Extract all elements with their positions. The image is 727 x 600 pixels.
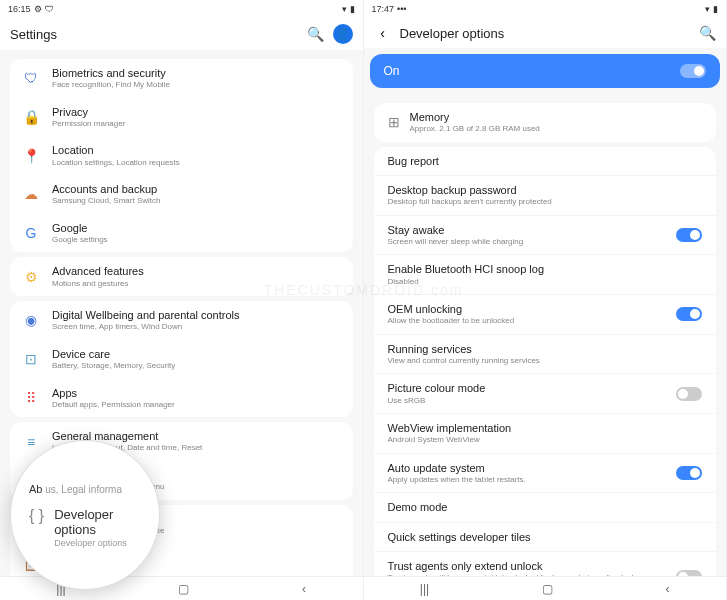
toggle-switch[interactable] xyxy=(676,466,702,480)
dev-row[interactable]: Trust agents only extend unlockTrust age… xyxy=(374,552,717,576)
profile-avatar[interactable]: 👤 xyxy=(333,24,353,44)
settings-row[interactable]: ⠿AppsDefault apps, Permission manager xyxy=(10,379,353,418)
dev-row[interactable]: WebView implementationAndroid System Web… xyxy=(374,414,717,454)
settings-row[interactable]: 📍LocationLocation settings, Location req… xyxy=(10,136,353,175)
toggle-switch[interactable] xyxy=(676,307,702,321)
row-sub: Permission manager xyxy=(52,119,343,129)
dev-row-title: Picture colour mode xyxy=(388,381,667,395)
row-icon: 📍 xyxy=(20,145,42,167)
nav-home[interactable]: ▢ xyxy=(542,582,553,596)
row-icon: 🔒 xyxy=(20,106,42,128)
dev-row-title: Auto update system xyxy=(388,461,667,475)
magnifier-title: Developer options xyxy=(54,507,141,537)
status-bar: 16:15 ⚙ 🛡 ▾ ▮ xyxy=(0,0,363,18)
settings-row[interactable]: 🛡Biometrics and securityFace recognition… xyxy=(10,59,353,98)
row-texts: AppsDefault apps, Permission manager xyxy=(52,386,343,411)
back-icon[interactable]: ‹ xyxy=(374,24,392,42)
settings-row[interactable]: ⚙Advanced featuresMotions and gestures xyxy=(10,257,353,296)
dev-row[interactable]: Auto update systemApply updates when the… xyxy=(374,454,717,494)
row-icon: G xyxy=(20,222,42,244)
settings-row[interactable]: 🔒PrivacyPermission manager xyxy=(10,98,353,137)
dev-row[interactable]: Desktop backup passwordDesktop full back… xyxy=(374,176,717,216)
dev-row[interactable]: OEM unlockingAllow the bootloader to be … xyxy=(374,295,717,335)
search-icon[interactable]: 🔍 xyxy=(698,24,716,42)
page-title: Developer options xyxy=(400,26,691,41)
dev-row[interactable]: Picture colour modeUse sRGB xyxy=(374,374,717,414)
row-title: Privacy xyxy=(52,105,343,119)
dev-row-title: Enable Bluetooth HCI snoop log xyxy=(388,262,703,276)
dev-row-title: Stay awake xyxy=(388,223,667,237)
nav-back[interactable]: ‹ xyxy=(302,582,306,596)
row-icon: ⠿ xyxy=(20,387,42,409)
dev-row-sub: Disabled xyxy=(388,277,703,287)
nav-back[interactable]: ‹ xyxy=(666,582,670,596)
settings-card: 🛡Biometrics and securityFace recognition… xyxy=(10,59,353,252)
search-icon[interactable]: 🔍 xyxy=(307,25,325,43)
row-texts: Device careBattery, Storage, Memory, Sec… xyxy=(52,347,343,372)
row-title: Location xyxy=(52,143,343,157)
more-icon: ••• xyxy=(397,4,406,14)
page-title: Settings xyxy=(10,27,299,42)
master-toggle-switch[interactable] xyxy=(680,64,706,78)
settings-card: ⚙Advanced featuresMotions and gestures xyxy=(10,257,353,296)
dev-row-title: Trust agents only extend unlock xyxy=(388,559,667,573)
settings-header: Settings 🔍 👤 xyxy=(0,18,363,50)
row-texts: LocationLocation settings, Location requ… xyxy=(52,143,343,168)
settings-row[interactable]: ⊡Device careBattery, Storage, Memory, Se… xyxy=(10,340,353,379)
row-title: Advanced features xyxy=(52,264,343,278)
toggle-switch[interactable] xyxy=(676,228,702,242)
dev-row[interactable]: Quick settings developer tiles xyxy=(374,523,717,552)
dev-row-title: OEM unlocking xyxy=(388,302,667,316)
dev-row[interactable]: Stay awakeScreen will never sleep while … xyxy=(374,216,717,256)
dev-row[interactable]: Enable Bluetooth HCI snoop logDisabled xyxy=(374,255,717,295)
magnifier-partial-text: Ab us, Legal informa xyxy=(29,483,141,495)
memory-icon: ⊞ xyxy=(388,114,400,130)
dev-row-title: Bug report xyxy=(388,154,703,168)
toggle-switch[interactable] xyxy=(676,570,702,576)
master-toggle[interactable]: On xyxy=(370,54,721,88)
row-icon: ☁ xyxy=(20,183,42,205)
dev-row-title: Desktop backup password xyxy=(388,183,703,197)
settings-row[interactable]: ◉Digital Wellbeing and parental controls… xyxy=(10,301,353,340)
row-sub: Face recognition, Find My Mobile xyxy=(52,80,343,90)
dev-row-sub: Screen will never sleep while charging xyxy=(388,237,667,247)
dev-row-sub: Apply updates when the tablet restarts. xyxy=(388,475,667,485)
row-icon: 🛡 xyxy=(20,67,42,89)
row-texts: Advanced featuresMotions and gestures xyxy=(52,264,343,289)
row-icon: ⊡ xyxy=(20,348,42,370)
row-title: Device care xyxy=(52,347,343,361)
settings-row[interactable]: ☁Accounts and backupSamsung Cloud, Smart… xyxy=(10,175,353,214)
dev-row[interactable]: Demo mode xyxy=(374,493,717,522)
row-sub: Location settings, Location requests xyxy=(52,158,343,168)
battery-icon: ▮ xyxy=(350,4,355,14)
dev-row-title: Running services xyxy=(388,342,703,356)
dev-row-sub: Desktop full backups aren't currently pr… xyxy=(388,197,703,207)
magnifier-lens: Ab us, Legal informa { } Developer optio… xyxy=(10,440,160,590)
wifi-icon: ▾ xyxy=(342,4,347,14)
nav-home[interactable]: ▢ xyxy=(178,582,189,596)
row-icon: ⚙ xyxy=(20,266,42,288)
dev-row-sub: View and control currently running servi… xyxy=(388,356,703,366)
settings-card: ◉Digital Wellbeing and parental controls… xyxy=(10,301,353,417)
toggle-switch[interactable] xyxy=(676,387,702,401)
row-title: Google xyxy=(52,221,343,235)
row-texts: Biometrics and securityFace recognition,… xyxy=(52,66,343,91)
row-texts: GoogleGoogle settings xyxy=(52,221,343,246)
master-toggle-label: On xyxy=(384,64,400,78)
status-time: 16:15 xyxy=(8,4,31,14)
row-sub: Default apps, Permission manager xyxy=(52,400,343,410)
row-sub: Samsung Cloud, Smart Switch xyxy=(52,196,343,206)
dev-row[interactable]: Running servicesView and control current… xyxy=(374,335,717,375)
memory-title: Memory xyxy=(410,110,703,124)
memory-row[interactable]: ⊞MemoryApprox. 2.1 GB of 2.8 GB RAM used xyxy=(374,103,717,142)
memory-card: ⊞MemoryApprox. 2.1 GB of 2.8 GB RAM used xyxy=(374,103,717,142)
settings-row[interactable]: GGoogleGoogle settings xyxy=(10,214,353,253)
row-texts: Accounts and backupSamsung Cloud, Smart … xyxy=(52,182,343,207)
dev-options-list[interactable]: ⊞MemoryApprox. 2.1 GB of 2.8 GB RAM used… xyxy=(364,94,727,576)
dev-row-title: Quick settings developer tiles xyxy=(388,530,703,544)
nav-recents[interactable]: ||| xyxy=(420,582,429,596)
dev-row[interactable]: Bug report xyxy=(374,147,717,176)
dev-row-sub: Android System WebView xyxy=(388,435,703,445)
dev-header: ‹ Developer options 🔍 xyxy=(364,18,727,48)
row-sub: Motions and gestures xyxy=(52,279,343,289)
